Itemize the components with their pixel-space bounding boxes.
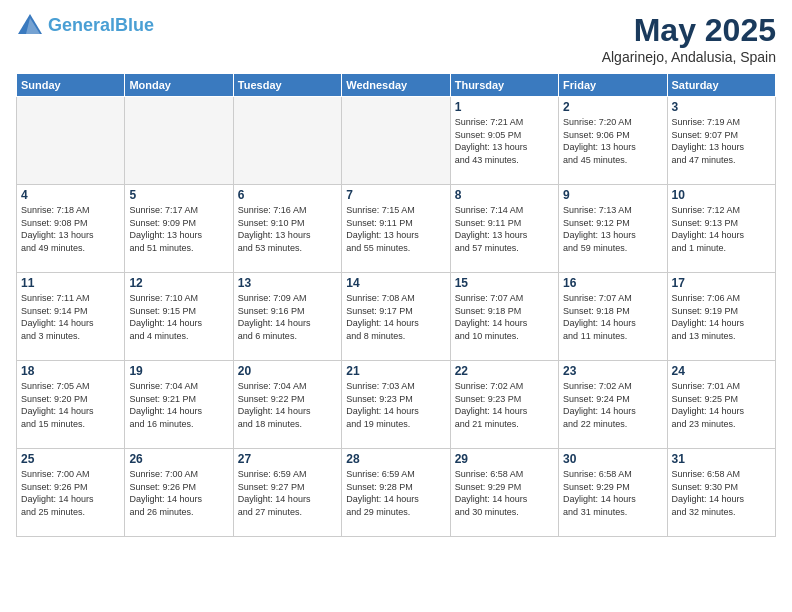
day-info: Sunrise: 7:16 AM Sunset: 9:10 PM Dayligh… [238, 204, 337, 254]
day-info: Sunrise: 7:20 AM Sunset: 9:06 PM Dayligh… [563, 116, 662, 166]
calendar-cell: 7Sunrise: 7:15 AM Sunset: 9:11 PM Daylig… [342, 185, 450, 273]
logo-line2-blue: Blue [115, 15, 154, 35]
day-number: 3 [672, 100, 771, 114]
calendar-cell: 30Sunrise: 6:58 AM Sunset: 9:29 PM Dayli… [559, 449, 667, 537]
calendar-week-row: 11Sunrise: 7:11 AM Sunset: 9:14 PM Dayli… [17, 273, 776, 361]
logo-text: GeneralBlue [48, 16, 154, 36]
day-number: 29 [455, 452, 554, 466]
day-number: 31 [672, 452, 771, 466]
calendar-cell: 19Sunrise: 7:04 AM Sunset: 9:21 PM Dayli… [125, 361, 233, 449]
day-info: Sunrise: 7:03 AM Sunset: 9:23 PM Dayligh… [346, 380, 445, 430]
calendar-week-row: 25Sunrise: 7:00 AM Sunset: 9:26 PM Dayli… [17, 449, 776, 537]
page: GeneralBlue May 2025 Algarinejo, Andalus… [0, 0, 792, 612]
calendar-cell: 22Sunrise: 7:02 AM Sunset: 9:23 PM Dayli… [450, 361, 558, 449]
day-number: 6 [238, 188, 337, 202]
day-info: Sunrise: 7:17 AM Sunset: 9:09 PM Dayligh… [129, 204, 228, 254]
day-number: 4 [21, 188, 120, 202]
calendar-cell: 5Sunrise: 7:17 AM Sunset: 9:09 PM Daylig… [125, 185, 233, 273]
day-info: Sunrise: 7:04 AM Sunset: 9:21 PM Dayligh… [129, 380, 228, 430]
day-info: Sunrise: 7:02 AM Sunset: 9:24 PM Dayligh… [563, 380, 662, 430]
day-info: Sunrise: 6:59 AM Sunset: 9:27 PM Dayligh… [238, 468, 337, 518]
day-number: 2 [563, 100, 662, 114]
calendar-cell: 23Sunrise: 7:02 AM Sunset: 9:24 PM Dayli… [559, 361, 667, 449]
calendar-table: Sunday Monday Tuesday Wednesday Thursday… [16, 73, 776, 537]
calendar-week-row: 1Sunrise: 7:21 AM Sunset: 9:05 PM Daylig… [17, 97, 776, 185]
calendar-cell: 15Sunrise: 7:07 AM Sunset: 9:18 PM Dayli… [450, 273, 558, 361]
calendar-cell: 28Sunrise: 6:59 AM Sunset: 9:28 PM Dayli… [342, 449, 450, 537]
day-info: Sunrise: 7:14 AM Sunset: 9:11 PM Dayligh… [455, 204, 554, 254]
day-number: 20 [238, 364, 337, 378]
calendar-cell: 25Sunrise: 7:00 AM Sunset: 9:26 PM Dayli… [17, 449, 125, 537]
day-number: 9 [563, 188, 662, 202]
day-info: Sunrise: 7:13 AM Sunset: 9:12 PM Dayligh… [563, 204, 662, 254]
calendar-cell: 16Sunrise: 7:07 AM Sunset: 9:18 PM Dayli… [559, 273, 667, 361]
calendar-header-row: Sunday Monday Tuesday Wednesday Thursday… [17, 74, 776, 97]
calendar-cell: 31Sunrise: 6:58 AM Sunset: 9:30 PM Dayli… [667, 449, 775, 537]
calendar-cell: 6Sunrise: 7:16 AM Sunset: 9:10 PM Daylig… [233, 185, 341, 273]
day-number: 12 [129, 276, 228, 290]
day-number: 7 [346, 188, 445, 202]
calendar-cell [342, 97, 450, 185]
day-info: Sunrise: 7:10 AM Sunset: 9:15 PM Dayligh… [129, 292, 228, 342]
day-number: 25 [21, 452, 120, 466]
calendar-cell: 26Sunrise: 7:00 AM Sunset: 9:26 PM Dayli… [125, 449, 233, 537]
day-info: Sunrise: 7:05 AM Sunset: 9:20 PM Dayligh… [21, 380, 120, 430]
day-info: Sunrise: 7:06 AM Sunset: 9:19 PM Dayligh… [672, 292, 771, 342]
col-friday: Friday [559, 74, 667, 97]
calendar-cell: 24Sunrise: 7:01 AM Sunset: 9:25 PM Dayli… [667, 361, 775, 449]
day-number: 11 [21, 276, 120, 290]
day-info: Sunrise: 7:04 AM Sunset: 9:22 PM Dayligh… [238, 380, 337, 430]
logo: GeneralBlue [16, 12, 154, 40]
calendar-cell: 18Sunrise: 7:05 AM Sunset: 9:20 PM Dayli… [17, 361, 125, 449]
day-number: 13 [238, 276, 337, 290]
day-info: Sunrise: 7:00 AM Sunset: 9:26 PM Dayligh… [129, 468, 228, 518]
calendar-cell: 4Sunrise: 7:18 AM Sunset: 9:08 PM Daylig… [17, 185, 125, 273]
day-number: 19 [129, 364, 228, 378]
day-number: 17 [672, 276, 771, 290]
calendar-cell [125, 97, 233, 185]
calendar-cell: 14Sunrise: 7:08 AM Sunset: 9:17 PM Dayli… [342, 273, 450, 361]
calendar-cell: 12Sunrise: 7:10 AM Sunset: 9:15 PM Dayli… [125, 273, 233, 361]
day-number: 10 [672, 188, 771, 202]
day-info: Sunrise: 7:19 AM Sunset: 9:07 PM Dayligh… [672, 116, 771, 166]
calendar-week-row: 4Sunrise: 7:18 AM Sunset: 9:08 PM Daylig… [17, 185, 776, 273]
calendar-cell: 1Sunrise: 7:21 AM Sunset: 9:05 PM Daylig… [450, 97, 558, 185]
calendar-cell: 13Sunrise: 7:09 AM Sunset: 9:16 PM Dayli… [233, 273, 341, 361]
day-number: 5 [129, 188, 228, 202]
day-info: Sunrise: 6:58 AM Sunset: 9:29 PM Dayligh… [563, 468, 662, 518]
col-sunday: Sunday [17, 74, 125, 97]
calendar-cell: 3Sunrise: 7:19 AM Sunset: 9:07 PM Daylig… [667, 97, 775, 185]
day-info: Sunrise: 7:11 AM Sunset: 9:14 PM Dayligh… [21, 292, 120, 342]
calendar-cell: 21Sunrise: 7:03 AM Sunset: 9:23 PM Dayli… [342, 361, 450, 449]
calendar-cell [233, 97, 341, 185]
calendar-cell: 11Sunrise: 7:11 AM Sunset: 9:14 PM Dayli… [17, 273, 125, 361]
calendar-cell: 29Sunrise: 6:58 AM Sunset: 9:29 PM Dayli… [450, 449, 558, 537]
day-number: 21 [346, 364, 445, 378]
day-info: Sunrise: 7:21 AM Sunset: 9:05 PM Dayligh… [455, 116, 554, 166]
calendar-cell: 10Sunrise: 7:12 AM Sunset: 9:13 PM Dayli… [667, 185, 775, 273]
day-number: 30 [563, 452, 662, 466]
day-number: 1 [455, 100, 554, 114]
location-subtitle: Algarinejo, Andalusia, Spain [602, 49, 776, 65]
day-info: Sunrise: 7:08 AM Sunset: 9:17 PM Dayligh… [346, 292, 445, 342]
col-wednesday: Wednesday [342, 74, 450, 97]
day-number: 27 [238, 452, 337, 466]
day-info: Sunrise: 7:01 AM Sunset: 9:25 PM Dayligh… [672, 380, 771, 430]
calendar-cell: 20Sunrise: 7:04 AM Sunset: 9:22 PM Dayli… [233, 361, 341, 449]
day-number: 8 [455, 188, 554, 202]
day-number: 22 [455, 364, 554, 378]
day-number: 26 [129, 452, 228, 466]
day-number: 24 [672, 364, 771, 378]
day-number: 16 [563, 276, 662, 290]
col-tuesday: Tuesday [233, 74, 341, 97]
calendar-cell [17, 97, 125, 185]
day-info: Sunrise: 6:58 AM Sunset: 9:30 PM Dayligh… [672, 468, 771, 518]
day-number: 23 [563, 364, 662, 378]
calendar-week-row: 18Sunrise: 7:05 AM Sunset: 9:20 PM Dayli… [17, 361, 776, 449]
col-monday: Monday [125, 74, 233, 97]
day-number: 18 [21, 364, 120, 378]
calendar-cell: 17Sunrise: 7:06 AM Sunset: 9:19 PM Dayli… [667, 273, 775, 361]
day-number: 28 [346, 452, 445, 466]
col-thursday: Thursday [450, 74, 558, 97]
calendar-cell: 8Sunrise: 7:14 AM Sunset: 9:11 PM Daylig… [450, 185, 558, 273]
